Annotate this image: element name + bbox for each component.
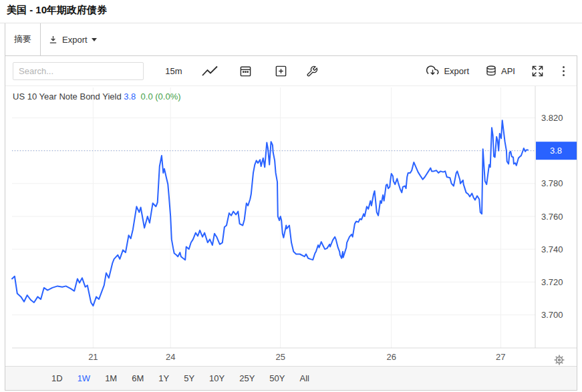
interval-button[interactable]: 15m [160,56,187,86]
last-price-badge-label: 3.8 [550,146,562,156]
chart-legend: US 10 Year Note Bond Yield 3.8 0.0 (0.0%… [13,91,181,102]
price-line-series [12,120,528,306]
more-options-kebab-icon[interactable] [560,63,567,79]
x-axis-label[interactable]: 25 [275,352,285,362]
download-icon [48,35,58,45]
tab-summary-label: 摘要 [14,33,31,45]
fullscreen-icon [531,65,544,77]
series-name: US 10 Year Note Bond Yield [13,91,122,102]
api-button[interactable]: API [485,56,515,86]
fullscreen-button[interactable] [531,56,544,86]
range-button-50y[interactable]: 50Y [262,367,292,391]
range-button-6m[interactable]: 6M [124,367,151,391]
export-dropdown-label: Export [62,35,88,45]
range-button-1m[interactable]: 1M [98,367,124,391]
y-axis-label[interactable]: 3.740 [541,244,563,254]
y-axis-label[interactable]: 3.720 [541,277,563,287]
x-axis-label[interactable]: 27 [496,352,505,362]
series-change: 0.0 (0.0%) [141,91,181,102]
range-button-25y[interactable]: 25Y [232,367,262,391]
y-axis-label[interactable]: 3.760 [541,212,563,222]
range-button-all[interactable]: All [292,367,316,391]
api-label: API [501,66,515,76]
chart-canvas[interactable]: 3.8203.8003.7803.7603.7403.7203.7003.821… [5,86,577,367]
y-axis-label[interactable]: 3.820 [541,113,563,123]
x-axis-label[interactable]: 24 [166,352,175,362]
range-button-10y[interactable]: 10Y [202,367,232,391]
x-axis-label[interactable]: 21 [88,352,98,362]
range-button-1w[interactable]: 1W [70,367,98,391]
database-icon [485,65,497,77]
caret-down-icon [92,38,97,41]
range-button-5y[interactable]: 5Y [176,367,202,391]
compare-add-icon[interactable] [269,56,293,86]
y-axis-label[interactable]: 3.780 [541,178,563,188]
export-chart-button[interactable]: Export [426,56,469,86]
export-dropdown-button[interactable]: Export [48,23,97,55]
range-button-1y[interactable]: 1Y [151,367,176,391]
range-bar: 1D1W1M6M1Y5Y10Y25Y50YAll [5,366,577,390]
calendar-icon[interactable] [233,56,257,86]
chart-style-icon[interactable] [198,56,222,86]
page-title: 美国 - 10年期政府债券 [7,4,107,17]
range-button-1d[interactable]: 1D [44,367,70,391]
series-value: 3.8 [124,91,136,102]
indicators-wrench-icon[interactable] [300,56,324,86]
chart-toolbar: 15m [5,56,577,86]
search-input[interactable] [13,62,144,80]
chart-widget-panel: 15m [5,55,577,391]
export-chart-label: Export [444,66,469,76]
tab-summary[interactable]: 摘要 [5,23,41,55]
x-axis-label[interactable]: 26 [386,352,396,362]
cloud-download-icon [426,65,440,77]
y-axis-label[interactable]: 3.700 [541,310,563,320]
